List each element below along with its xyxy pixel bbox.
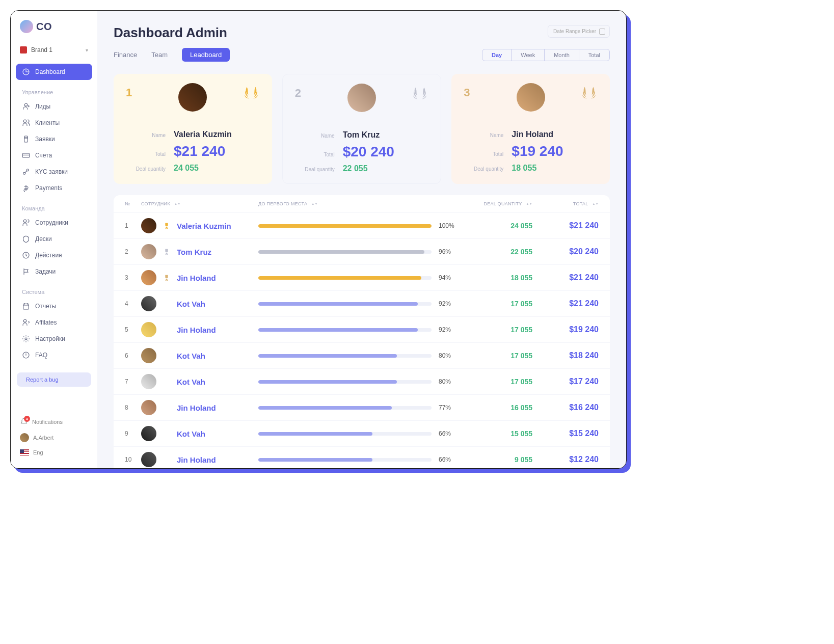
nav-item[interactable]: Сотрудники	[16, 214, 92, 231]
tab-leadboard[interactable]: Leadboard	[182, 48, 230, 62]
row-name[interactable]: Jin Holand	[177, 404, 216, 412]
svg-rect-3	[22, 153, 29, 157]
avatar	[141, 244, 156, 259]
row-name[interactable]: Kot Vah	[177, 352, 205, 360]
date-range-picker[interactable]: Date Range Picker	[548, 25, 610, 38]
nav-heading: Команда	[16, 200, 92, 214]
nav-heading: Управление	[16, 84, 92, 98]
nav-item[interactable]: Отчеты	[16, 298, 92, 314]
medal-icon	[163, 274, 171, 282]
row-total: $21 240	[532, 273, 599, 282]
table-row: 6Kot Vah80%17 055$18 240	[114, 342, 610, 368]
svg-point-1	[23, 120, 26, 122]
nav-icon	[22, 251, 30, 259]
progress-pct: 80%	[439, 378, 459, 385]
card-name: Valeria Kuzmin	[174, 130, 232, 139]
progress-pct: 92%	[439, 326, 459, 333]
nav-icon	[22, 318, 30, 327]
rank-number: 3	[464, 86, 470, 99]
range-segment: DayWeekMonthTotal	[482, 49, 610, 61]
top-card-3: 3NameJin HolandTotal$19 240Deal quantity…	[451, 74, 610, 184]
flag-icon	[20, 449, 29, 455]
brand-logo-icon	[20, 46, 27, 53]
rank-number: 2	[295, 87, 301, 100]
nav-item[interactable]: Payments	[16, 180, 92, 196]
svg-rect-2	[24, 136, 28, 142]
col-deal[interactable]: DEAL QUANTITY ▲▼	[471, 201, 532, 206]
row-deal: 22 055	[471, 248, 532, 256]
range-total[interactable]: Total	[579, 49, 609, 61]
user-profile-button[interactable]: A.Arbert	[17, 430, 91, 446]
logo-text: CO	[36, 21, 52, 33]
table-row: 1Valeria Kuzmin100%24 055$21 240	[114, 212, 610, 238]
nav-item[interactable]: Счета	[16, 147, 92, 164]
row-rank: 6	[125, 352, 141, 359]
laurel-icon	[580, 84, 598, 101]
nav-icon	[22, 135, 30, 143]
nav-item[interactable]: КYC заявки	[16, 164, 92, 180]
nav-dashboard[interactable]: Dashboard	[16, 64, 92, 80]
avatar	[141, 452, 156, 467]
card-total: $21 240	[174, 143, 225, 159]
row-rank: 5	[125, 326, 141, 333]
progress-bar	[258, 328, 432, 332]
sort-icon: ▲▼	[593, 203, 599, 205]
progress-bar	[258, 302, 432, 306]
col-employee[interactable]: СОТРУДНИК ▲▼	[141, 201, 258, 206]
nav-icon	[22, 151, 30, 159]
range-month[interactable]: Month	[545, 49, 579, 61]
row-name[interactable]: Kot Vah	[177, 300, 205, 308]
nav-item[interactable]: Действия	[16, 247, 92, 263]
row-name[interactable]: Tom Kruz	[177, 248, 211, 256]
nav-item[interactable]: Заявки	[16, 131, 92, 147]
col-progress[interactable]: ДО ПЕРВОГО МЕСТА ▲▼	[258, 201, 471, 206]
nav-icon	[22, 267, 30, 276]
brand-select[interactable]: Brand 1 ▾	[11, 42, 97, 62]
nav-item[interactable]: Клиенты	[16, 115, 92, 131]
card-name: Jin Holand	[512, 130, 553, 139]
sort-icon: ▲▼	[174, 203, 180, 205]
progress-bar	[258, 276, 432, 280]
row-rank: 2	[125, 248, 141, 255]
notifications-button[interactable]: 4 Notifications	[17, 414, 91, 430]
nav-item[interactable]: Настройки	[16, 331, 92, 347]
row-name[interactable]: Kot Vah	[177, 378, 205, 386]
table-header: № СОТРУДНИК ▲▼ ДО ПЕРВОГО МЕСТА ▲▼ DEAL …	[114, 195, 610, 212]
avatar	[141, 374, 156, 389]
nav-item[interactable]: Задачи	[16, 263, 92, 280]
tab-finance[interactable]: Finance	[114, 48, 137, 62]
nav-icon	[22, 219, 30, 227]
progress-pct: 66%	[439, 430, 459, 437]
nav-item[interactable]: Affilates	[16, 314, 92, 331]
avatar	[141, 270, 156, 285]
main-header: Dashboard Admin Date Range Picker	[114, 25, 610, 41]
nav-item[interactable]: Лиды	[16, 98, 92, 115]
progress-bar	[258, 250, 432, 254]
language-select[interactable]: Eng	[17, 446, 91, 459]
row-rank: 9	[125, 430, 141, 437]
tab-team[interactable]: Team	[151, 48, 168, 62]
card-name: Tom Kruz	[343, 130, 380, 140]
avatar	[347, 84, 376, 112]
row-name[interactable]: Jin Holand	[177, 274, 216, 282]
col-total[interactable]: TOTAL ▲▼	[532, 201, 599, 206]
row-name[interactable]: Jin Holand	[177, 326, 216, 334]
row-total: $21 240	[532, 221, 599, 230]
row-name[interactable]: Jin Holand	[177, 455, 216, 464]
range-day[interactable]: Day	[482, 49, 512, 61]
progress-bar	[258, 406, 432, 410]
range-week[interactable]: Week	[512, 49, 545, 61]
svg-point-6	[23, 220, 26, 222]
row-total: $19 240	[532, 325, 599, 334]
top-card-1: 1NameValeria KuzminTotal$21 240Deal quan…	[114, 74, 272, 184]
avatar	[141, 348, 156, 363]
nav-item[interactable]: Дески	[16, 231, 92, 247]
row-name[interactable]: Valeria Kuzmin	[177, 222, 231, 230]
leaderboard-table: № СОТРУДНИК ▲▼ ДО ПЕРВОГО МЕСТА ▲▼ DEAL …	[114, 195, 610, 468]
nav-item[interactable]: FAQ	[16, 347, 92, 363]
row-total: $12 240	[532, 455, 599, 464]
report-bug-button[interactable]: Report a bug	[17, 372, 91, 387]
laurel-icon	[411, 85, 428, 102]
top-card-2: 2NameTom KruzTotal$20 240Deal quantity22…	[282, 74, 442, 184]
row-name[interactable]: Kot Vah	[177, 430, 205, 438]
